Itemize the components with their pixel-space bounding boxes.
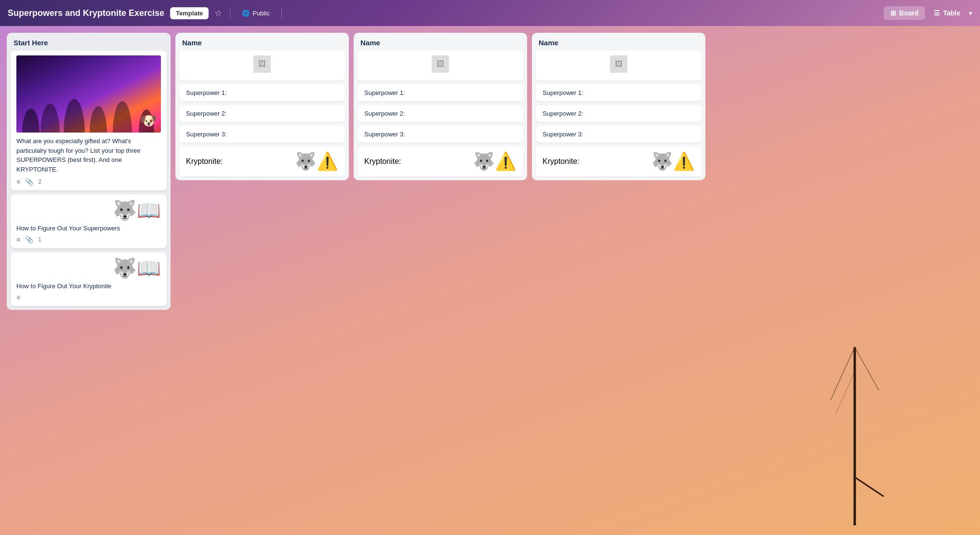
divider2 xyxy=(281,7,282,19)
table-view-button[interactable]: ☰ Table xyxy=(927,6,967,20)
name-3-kryptonite[interactable]: Kryptonite: 🐺⚠️ xyxy=(536,147,702,176)
kryptonite-info-title: How to Figure Out Your Kryptonite xyxy=(16,282,161,290)
card-kryptonite-info[interactable]: 🐺📖 How to Figure Out Your Kryptonite ≡ xyxy=(11,252,167,306)
public-button[interactable]: 🌐 Public xyxy=(238,7,273,19)
name-1-sp2[interactable]: Superpower 2: xyxy=(179,105,345,122)
divider xyxy=(230,7,230,19)
lines-icon: ≡ xyxy=(16,178,20,186)
board-icon: ⊞ xyxy=(890,9,896,17)
card-body-text: What are you especially gifted at? What'… xyxy=(16,136,161,174)
name-2-image-card[interactable]: 🖼 xyxy=(358,51,523,80)
image-placeholder-icon-3: 🖼 xyxy=(610,55,627,73)
board-area: Start Here xyxy=(0,26,980,535)
name-3-image-card[interactable]: 🖼 xyxy=(536,51,702,80)
name-1-sp3[interactable]: Superpower 3: xyxy=(179,126,345,143)
name-3-sp1[interactable]: Superpower 1: xyxy=(536,84,702,101)
superpowers-title: How to Figure Out Your Superpowers xyxy=(16,225,161,232)
lines-icon-3: ≡ xyxy=(16,294,20,301)
globe-icon: 🌐 xyxy=(242,10,250,17)
kryptonite-emoji-2: 🐺⚠️ xyxy=(473,151,516,172)
card-footer: ≡ 📎 2 xyxy=(16,178,161,186)
marvel-background: 🐶 xyxy=(16,55,161,133)
dog-emoji: 🐶 xyxy=(140,113,157,129)
header: Superpowers and Kryptonite Exercise Temp… xyxy=(0,0,980,26)
column-name-3: Name 🖼 Superpower 1: Superpower 2: Super… xyxy=(532,33,705,180)
kryptonite-label-1: Kryptonite: xyxy=(186,157,223,166)
superpowers-emoji: 🐺📖 xyxy=(16,199,161,222)
attachment-count-2: 1 xyxy=(38,236,41,243)
star-icon[interactable]: ☆ xyxy=(214,8,222,18)
image-placeholder-icon-2: 🖼 xyxy=(432,55,449,73)
name-3-sp2[interactable]: Superpower 2: xyxy=(536,105,702,122)
image-placeholder-icon: 🖼 xyxy=(253,55,271,73)
attachment-count: 2 xyxy=(38,178,41,185)
attachment-icon-2: 📎 xyxy=(25,236,33,243)
column-name-2-header: Name xyxy=(354,33,527,51)
view-toggle: ⊞ Board ☰ Table ▾ xyxy=(884,6,972,20)
name-1-image-card[interactable]: 🖼 xyxy=(179,51,345,80)
column-name-1: Name 🖼 Superpower 1: Superpower 2: Super… xyxy=(175,33,349,180)
card-marvel[interactable]: 🐶 What are you especially gifted at? Wha… xyxy=(11,51,167,190)
lines-icon-2: ≡ xyxy=(16,236,20,243)
kryptonite-label-3: Kryptonite: xyxy=(543,157,579,166)
kryptonite-label-2: Kryptonite: xyxy=(364,157,401,166)
kryptonite-info-footer: ≡ xyxy=(16,294,161,301)
column-name-2-cards: 🖼 Superpower 1: Superpower 2: Superpower… xyxy=(354,51,527,180)
column-name-1-header: Name xyxy=(175,33,349,51)
name-2-sp3[interactable]: Superpower 3: xyxy=(358,126,523,143)
name-1-kryptonite[interactable]: Kryptonite: 🐺⚠️ xyxy=(179,147,345,176)
column-start-here-cards: 🐶 What are you especially gifted at? Wha… xyxy=(7,51,171,310)
name-2-kryptonite[interactable]: Kryptonite: 🐺⚠️ xyxy=(358,147,523,176)
column-name-1-cards: 🖼 Superpower 1: Superpower 2: Superpower… xyxy=(175,51,349,180)
column-name-2: Name 🖼 Superpower 1: Superpower 2: Super… xyxy=(354,33,527,180)
card-superpowers[interactable]: 🐺📖 How to Figure Out Your Superpowers ≡ … xyxy=(11,194,167,248)
kryptonite-emoji-1: 🐺⚠️ xyxy=(295,151,338,172)
superpowers-footer: ≡ 📎 1 xyxy=(16,236,161,243)
column-start-here: Start Here xyxy=(7,33,171,310)
name-2-sp1[interactable]: Superpower 1: xyxy=(358,84,523,101)
name-3-sp3[interactable]: Superpower 3: xyxy=(536,126,702,143)
chevron-down-icon[interactable]: ▾ xyxy=(969,9,972,17)
name-1-sp1[interactable]: Superpower 1: xyxy=(179,84,345,101)
kryptonite-emoji-3: 🐺⚠️ xyxy=(651,151,695,172)
column-name-3-cards: 🖼 Superpower 1: Superpower 2: Superpower… xyxy=(532,51,705,180)
template-button[interactable]: Template xyxy=(170,7,209,19)
kryptonite-info-emoji: 🐺📖 xyxy=(16,257,161,280)
board-view-button[interactable]: ⊞ Board xyxy=(884,6,925,20)
column-name-3-header: Name xyxy=(532,33,705,51)
card-image: 🐶 xyxy=(16,55,161,133)
name-2-sp2[interactable]: Superpower 2: xyxy=(358,105,523,122)
board-title: Superpowers and Kryptonite Exercise xyxy=(8,8,164,18)
column-start-here-header: Start Here xyxy=(7,33,171,51)
attachment-icon: 📎 xyxy=(25,178,33,186)
table-icon: ☰ xyxy=(934,9,940,17)
